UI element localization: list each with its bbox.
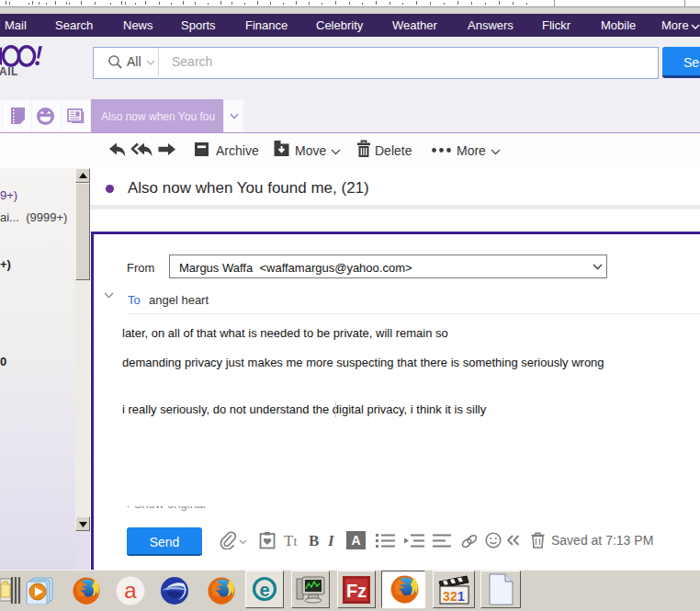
svg-text:2: 2 [450, 589, 457, 604]
svg-text:a: a [124, 578, 137, 603]
svg-text:1: 1 [457, 589, 465, 604]
svg-text:e: e [259, 580, 269, 600]
svg-text:3: 3 [443, 589, 450, 604]
svg-text:Fz: Fz [346, 581, 367, 601]
